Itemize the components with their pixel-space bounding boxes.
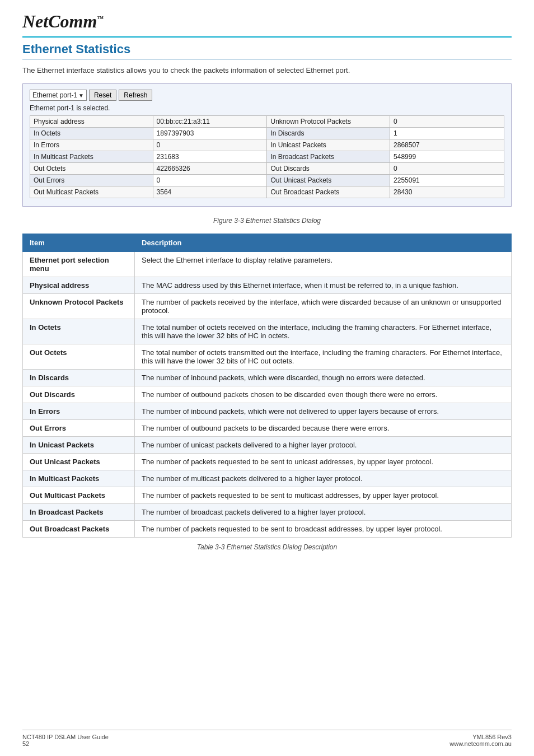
stat-value: 0 <box>390 116 504 128</box>
stat-value: 2868507 <box>390 139 504 151</box>
logo-text: NetComm™ <box>22 11 104 31</box>
desc-row: Physical address The MAC address used by… <box>23 277 512 294</box>
footer-page: 52 <box>22 740 109 747</box>
desc-item: In Octets <box>23 319 135 344</box>
desc-description: Select the Ethernet interface to display… <box>135 252 512 277</box>
desc-row: Ethernet port selection menu Select the … <box>23 252 512 277</box>
desc-item: Out Errors <box>23 420 135 437</box>
footer: NCT480 IP DSLAM User Guide 52 YML856 Rev… <box>22 730 512 747</box>
logo-area: NetComm™ <box>22 11 512 38</box>
footer-document: NCT480 IP DSLAM User Guide <box>22 734 109 740</box>
desc-description: The number of unicast packets delivered … <box>135 437 512 454</box>
stat-label: Out Discards <box>267 163 390 175</box>
stats-row: In Multicast Packets 231683 In Broadcast… <box>30 151 504 163</box>
desc-description: The number of outbound packets to be dis… <box>135 420 512 437</box>
desc-description: The total number of octets transmitted o… <box>135 344 512 370</box>
stats-table: Physical address 00:bb:cc:21:a3:11 Unkno… <box>30 115 504 198</box>
desc-item: Out Multicast Packets <box>23 487 135 504</box>
desc-row: Out Discards The number of outbound pack… <box>23 386 512 403</box>
desc-item: Out Unicast Packets <box>23 454 135 470</box>
desc-description: The MAC address used by this Ethernet in… <box>135 277 512 294</box>
stat-value: 28430 <box>390 186 504 198</box>
table-caption: Table 3-3 Ethernet Statistics Dialog Des… <box>22 543 512 551</box>
stat-value: 231683 <box>153 151 267 163</box>
stat-label: In Multicast Packets <box>30 151 153 163</box>
desc-description: The number of broadcast packets delivere… <box>135 504 512 521</box>
desc-item: In Multicast Packets <box>23 470 135 487</box>
stats-row: Out Octets 422665326 Out Discards 0 <box>30 163 504 175</box>
desc-row: In Discards The number of inbound packet… <box>23 370 512 386</box>
desc-description: The total number of octets received on t… <box>135 319 512 344</box>
stat-value: 0 <box>390 163 504 175</box>
stat-value: 422665326 <box>153 163 267 175</box>
reset-button[interactable]: Reset <box>89 90 116 101</box>
desc-row: In Octets The total number of octets rec… <box>23 319 512 344</box>
desc-item: In Discards <box>23 370 135 386</box>
page-title: Ethernet Statistics <box>22 42 512 59</box>
desc-item: In Errors <box>23 403 135 420</box>
desc-item: Unknown Protocol Packets <box>23 294 135 319</box>
desc-row: In Unicast Packets The number of unicast… <box>23 437 512 454</box>
desc-description: The number of inbound packets, which wer… <box>135 370 512 386</box>
desc-row: Unknown Protocol Packets The number of p… <box>23 294 512 319</box>
desc-row: Out Octets The total number of octets tr… <box>23 344 512 370</box>
stat-label: In Errors <box>30 139 153 151</box>
stat-label: In Broadcast Packets <box>267 151 390 163</box>
stat-label: Unknown Protocol Packets <box>267 116 390 128</box>
desc-description: The number of outbound packets chosen to… <box>135 386 512 403</box>
figure-caption: Figure 3-3 Ethernet Statistics Dialog <box>22 217 512 225</box>
desc-description: The number of multicast packets delivere… <box>135 470 512 487</box>
desc-row: In Errors The number of inbound packets,… <box>23 403 512 420</box>
controls-bar: Ethernet port-1 ▼ Reset Refresh <box>30 90 504 101</box>
intro-text: The Ethernet interface statistics allows… <box>22 66 512 74</box>
stats-row: Out Multicast Packets 3564 Out Broadcast… <box>30 186 504 198</box>
desc-row: Out Broadcast Packets The number of pack… <box>23 521 512 538</box>
stat-label: Out Broadcast Packets <box>267 186 390 198</box>
stat-value: 548999 <box>390 151 504 163</box>
screenshot-box: Ethernet port-1 ▼ Reset Refresh Ethernet… <box>22 83 512 207</box>
desc-row: In Broadcast Packets The number of broad… <box>23 504 512 521</box>
stat-label: Out Errors <box>30 175 153 186</box>
desc-item: Ethernet port selection menu <box>23 252 135 277</box>
selected-label: Ethernet port-1 is selected. <box>30 104 504 112</box>
logo-tm: ™ <box>97 15 104 22</box>
stat-value: 0 <box>153 139 267 151</box>
desc-description: The number of packets requested to be se… <box>135 487 512 504</box>
desc-description: The number of packets requested to be se… <box>135 454 512 470</box>
refresh-button[interactable]: Refresh <box>119 90 152 101</box>
stat-label: In Unicast Packets <box>267 139 390 151</box>
desc-col1-header: Item <box>23 234 135 252</box>
footer-url: www.netcomm.com.au <box>449 740 512 747</box>
desc-row: In Multicast Packets The number of multi… <box>23 470 512 487</box>
footer-right: YML856 Rev3 www.netcomm.com.au <box>449 734 512 747</box>
stat-value: 0 <box>153 175 267 186</box>
stats-row: Out Errors 0 Out Unicast Packets 2255091 <box>30 175 504 186</box>
port-dropdown[interactable]: Ethernet port-1 ▼ <box>30 90 87 101</box>
desc-description: The number of packets requested to be se… <box>135 521 512 538</box>
footer-left: NCT480 IP DSLAM User Guide 52 <box>22 734 109 747</box>
stat-label: Physical address <box>30 116 153 128</box>
desc-description: The number of inbound packets, which wer… <box>135 403 512 420</box>
footer-version: YML856 Rev3 <box>449 734 512 740</box>
desc-col2-header: Description <box>135 234 512 252</box>
desc-item: In Unicast Packets <box>23 437 135 454</box>
stats-row: Physical address 00:bb:cc:21:a3:11 Unkno… <box>30 116 504 128</box>
desc-table: Item Description Ethernet port selection… <box>22 234 512 538</box>
desc-item: Out Broadcast Packets <box>23 521 135 538</box>
stat-label: In Octets <box>30 128 153 139</box>
stat-label: Out Multicast Packets <box>30 186 153 198</box>
desc-row: Out Errors The number of outbound packet… <box>23 420 512 437</box>
stats-row: In Errors 0 In Unicast Packets 2868507 <box>30 139 504 151</box>
desc-item: Out Octets <box>23 344 135 370</box>
stat-value: 2255091 <box>390 175 504 186</box>
desc-item: In Broadcast Packets <box>23 504 135 521</box>
stat-label: Out Unicast Packets <box>267 175 390 186</box>
desc-description: The number of packets received by the in… <box>135 294 512 319</box>
stat-label: In Discards <box>267 128 390 139</box>
desc-item: Physical address <box>23 277 135 294</box>
desc-row: Out Multicast Packets The number of pack… <box>23 487 512 504</box>
stat-value: 3564 <box>153 186 267 198</box>
stat-value: 1897397903 <box>153 128 267 139</box>
dropdown-arrow-icon: ▼ <box>78 92 84 99</box>
desc-item: Out Discards <box>23 386 135 403</box>
